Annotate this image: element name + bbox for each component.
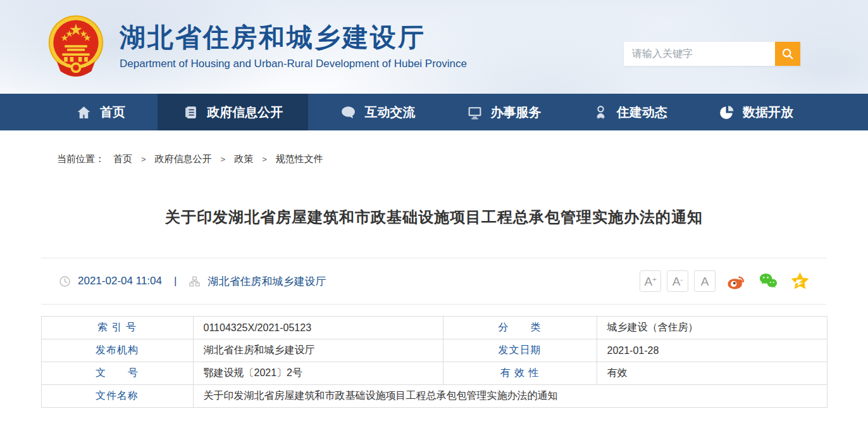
breadcrumb-separator: >: [141, 154, 146, 164]
breadcrumb-prefix: 当前位置：: [57, 153, 104, 165]
font-increase-button[interactable]: A+: [640, 270, 661, 292]
nav-item-label: 政府信息公开: [207, 104, 283, 121]
nav-item-label: 数据开放: [743, 104, 793, 121]
site-title: 湖北省住房和城乡建设厅: [120, 23, 467, 52]
nav-item-news[interactable]: 住建动态: [574, 94, 686, 130]
person-badge-icon: [593, 104, 609, 120]
nav-item-label: 住建动态: [617, 104, 667, 121]
validity-label: 有 效 性: [443, 362, 597, 385]
table-row: 文 号 鄂建设规〔2021〕2号 有 效 性 有效: [41, 362, 827, 385]
index-number-label: 索 引 号: [41, 317, 193, 339]
search-button[interactable]: [775, 42, 800, 66]
table-row: 文件名称 关于印发湖北省房屋建筑和市政基础设施项目工程总承包包管理实施办法的通知: [41, 385, 827, 408]
national-emblem-logo: [46, 14, 106, 80]
pie-chart-icon: [719, 104, 735, 120]
nav-item-data[interactable]: 数据开放: [700, 94, 812, 130]
nav-item-home[interactable]: 首页: [57, 94, 144, 130]
organization-icon: [189, 275, 201, 287]
breadcrumb-item-normative-docs[interactable]: 规范性文件: [276, 153, 323, 165]
issue-date-value: 2021-01-28: [597, 339, 827, 362]
main-nav: 首页 政府信息公开 互动交流 办事服务: [0, 94, 868, 130]
issuing-agency-label: 发布机构: [41, 339, 193, 362]
nav-item-label: 办事服务: [491, 104, 542, 121]
table-row: 发布机构 湖北省住房和城乡建设厅 发文日期 2021-01-28: [41, 339, 827, 362]
file-name-label: 文件名称: [41, 385, 193, 408]
page-title: 关于印发湖北省房屋建筑和市政基础设施项目工程总承包管理实施办法的通知: [0, 207, 868, 227]
nav-item-label: 首页: [100, 104, 125, 121]
document-info-table: 索 引 号 01104325X/2021-05123 分 类 城乡建设（含住房）…: [41, 316, 828, 408]
wechat-icon: [758, 271, 779, 292]
search-input[interactable]: [624, 42, 775, 66]
publish-source: 湖北省住房和城乡建设厅: [208, 274, 326, 289]
breadcrumb-separator: >: [262, 154, 267, 164]
doc-number-label: 文 号: [41, 362, 193, 385]
site-header: 湖北省住房和城乡建设厅 Department of Housing and Ur…: [0, 0, 868, 94]
doc-number-value: 鄂建设规〔2021〕2号: [193, 362, 443, 385]
search-icon: [781, 47, 795, 61]
breadcrumb-item-gov-info[interactable]: 政府信息公开: [155, 153, 212, 165]
site-subtitle: Department of Housing and Urban-Rural De…: [120, 58, 467, 70]
document-icon: [183, 104, 199, 120]
breadcrumb-item-home[interactable]: 首页: [113, 153, 132, 165]
nav-item-services[interactable]: 办事服务: [448, 94, 561, 130]
search-bar: [624, 42, 800, 66]
file-name-value: 关于印发湖北省房屋建筑和市政基础设施项目工程总承包包管理实施办法的通知: [193, 385, 827, 408]
article-meta-bar: 2021-02-04 11:04 | 湖北省住房和城乡建设厅 A+ A- A: [41, 258, 827, 305]
issuing-agency-value: 湖北省住房和城乡建设厅: [193, 339, 443, 362]
validity-value: 有效: [597, 362, 827, 385]
font-decrease-button[interactable]: A-: [667, 270, 688, 292]
category-value: 城乡建设（含住房）: [597, 317, 827, 339]
nav-item-interaction[interactable]: 互动交流: [321, 94, 434, 130]
index-number-value: 01104325X/2021-05123: [193, 317, 443, 339]
breadcrumb-item-policy[interactable]: 政策: [234, 153, 253, 165]
nav-item-label: 互动交流: [364, 104, 415, 121]
share-weibo-button[interactable]: [726, 271, 747, 292]
publish-datetime: 2021-02-04 11:04: [78, 275, 162, 287]
breadcrumb-separator: >: [221, 154, 226, 164]
share-qzone-button[interactable]: [790, 271, 810, 292]
qzone-star-icon: [790, 271, 810, 292]
monitor-icon: [467, 104, 483, 120]
meta-separator: |: [174, 275, 177, 287]
clock-icon: [59, 275, 71, 287]
share-wechat-button[interactable]: [758, 271, 779, 292]
nav-item-gov-info[interactable]: 政府信息公开: [158, 94, 308, 130]
home-icon: [76, 104, 92, 120]
category-label: 分 类: [443, 317, 597, 339]
weibo-icon: [726, 271, 747, 292]
font-reset-button[interactable]: A: [694, 270, 716, 292]
table-row: 索 引 号 01104325X/2021-05123 分 类 城乡建设（含住房）: [41, 317, 827, 339]
issue-date-label: 发文日期: [443, 339, 597, 362]
breadcrumb: 当前位置： 首页 > 政府信息公开 > 政策 > 规范性文件: [57, 153, 868, 165]
chat-icon: [340, 104, 356, 120]
